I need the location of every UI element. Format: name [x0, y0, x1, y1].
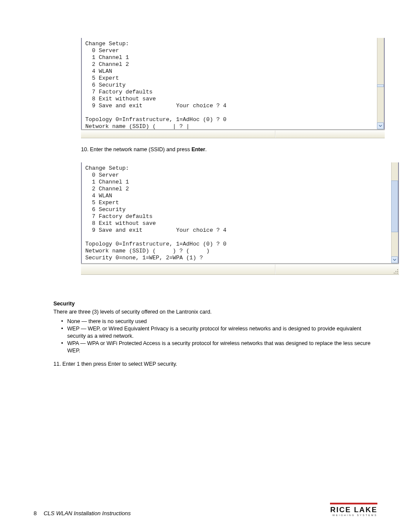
scrollbar-2[interactable]	[391, 162, 398, 263]
chevron-down-icon	[393, 258, 396, 261]
step-11-text: 11. Enter 1 then press Enter to select W…	[53, 361, 381, 367]
step-10-post: .	[205, 146, 206, 152]
terminal-window-1: Change Setup: 0 Server 1 Channel 1 2 Cha…	[81, 38, 385, 129]
terminal-figure-1: Change Setup: 0 Server 1 Channel 1 2 Cha…	[81, 38, 377, 129]
chevron-down-icon	[379, 124, 382, 128]
step-11-pre: 11. Enter	[53, 361, 77, 367]
footer-left: 8 CLS WLAN Installation Instructions	[34, 510, 131, 516]
enter-key-label: Enter	[191, 146, 205, 152]
page-number: 8	[34, 510, 37, 516]
security-bullets: None — there is no security usedWEP — WE…	[61, 318, 381, 355]
rice-lake-logo: RICE LAKE WEIGHING SYSTEMS	[330, 503, 377, 516]
security-heading: Security	[53, 301, 381, 307]
scroll-thumb-2[interactable]	[391, 180, 398, 232]
security-bullet: WPA — WPA or WiFi Protected Access is a …	[61, 340, 381, 355]
scroll-down-button-2[interactable]	[391, 256, 398, 263]
logo-main-text: RICE LAKE	[330, 506, 377, 514]
step-11-mid: then press	[80, 361, 108, 367]
footer: 8 CLS WLAN Installation Instructions RIC…	[34, 503, 377, 516]
logo-bar	[330, 503, 377, 504]
terminal-text-2: Change Setup: 0 Server 1 Channel 1 2 Cha…	[82, 162, 398, 265]
scroll-down-button-1[interactable]	[377, 122, 384, 129]
security-intro: There are three (3) levels of security o…	[53, 308, 381, 315]
resize-grip-icon[interactable]	[392, 268, 398, 274]
taskbar-2	[81, 263, 399, 275]
step-10-text: 10. Enter the network name (SSID) and pr…	[81, 146, 383, 153]
scrollbar-1[interactable]	[377, 38, 384, 129]
taskbar-divider	[275, 131, 276, 138]
terminal-figure-2: Change Setup: 0 Server 1 Channel 1 2 Cha…	[81, 162, 377, 263]
taskbar-divider-2	[275, 264, 276, 274]
step-10-pre: 10. Enter the network name (SSID) and pr…	[81, 146, 191, 152]
terminal-window-2: Change Setup: 0 Server 1 Channel 1 2 Cha…	[81, 162, 399, 263]
enter-key-label-2: Enter	[108, 361, 121, 367]
security-section: Security There are three (3) levels of s…	[53, 301, 381, 367]
taskbar-body	[81, 131, 385, 138]
taskbar-1	[81, 129, 385, 138]
step-11-post: to select WEP security.	[121, 361, 177, 367]
page: Change Setup: 0 Server 1 Channel 1 2 Cha…	[0, 0, 411, 532]
terminal-text-1: Change Setup: 0 Server 1 Channel 1 2 Cha…	[82, 38, 384, 134]
document-title: CLS WLAN Installation Instructions	[44, 510, 131, 516]
taskbar-body-2	[81, 264, 399, 275]
security-bullet: WEP — WEP, or Wired Equivalent Privacy i…	[61, 325, 381, 340]
scroll-thumb-mark	[377, 84, 384, 87]
logo-sub-text: WEIGHING SYSTEMS	[330, 514, 377, 516]
security-bullet: None — there is no security used	[61, 318, 381, 325]
